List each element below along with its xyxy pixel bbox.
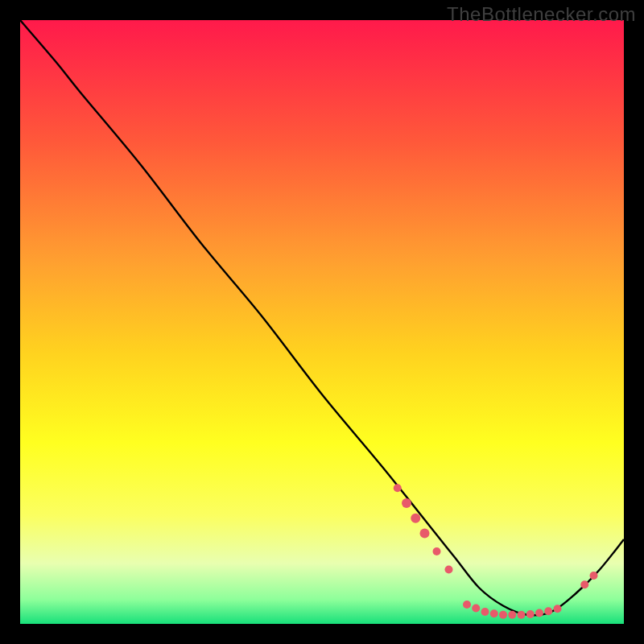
plot-area (20, 20, 624, 624)
marker-point (526, 610, 535, 618)
chart-frame: TheBottlenecker.com (0, 0, 644, 644)
marker-point (499, 611, 507, 619)
marker-point (411, 514, 420, 523)
marker-point (544, 607, 552, 615)
marker-point (472, 605, 480, 613)
marker-point (590, 572, 598, 580)
bottleneck-chart (20, 20, 624, 624)
marker-point (518, 611, 526, 619)
marker-point (433, 547, 441, 555)
marker-point (554, 605, 562, 613)
marker-point (402, 498, 411, 508)
watermark-text: TheBottlenecker.com (447, 3, 636, 26)
marker-point (535, 609, 543, 617)
marker-point (481, 608, 489, 616)
marker-point (508, 611, 516, 619)
marker-point (445, 566, 453, 574)
marker-point (420, 529, 430, 539)
marker-point (394, 484, 402, 492)
gradient-background (20, 20, 624, 624)
marker-point (463, 601, 471, 609)
marker-point (490, 609, 498, 617)
marker-point (580, 580, 588, 588)
